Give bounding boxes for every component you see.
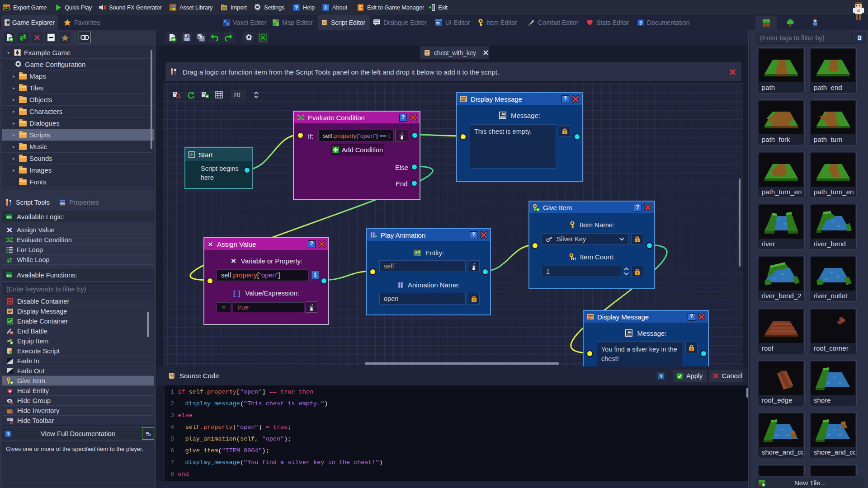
svg-text:i: i: [325, 5, 326, 11]
svg-text:?: ?: [639, 20, 642, 25]
svg-text:?: ?: [295, 5, 298, 11]
svg-text:?: ?: [6, 431, 9, 436]
